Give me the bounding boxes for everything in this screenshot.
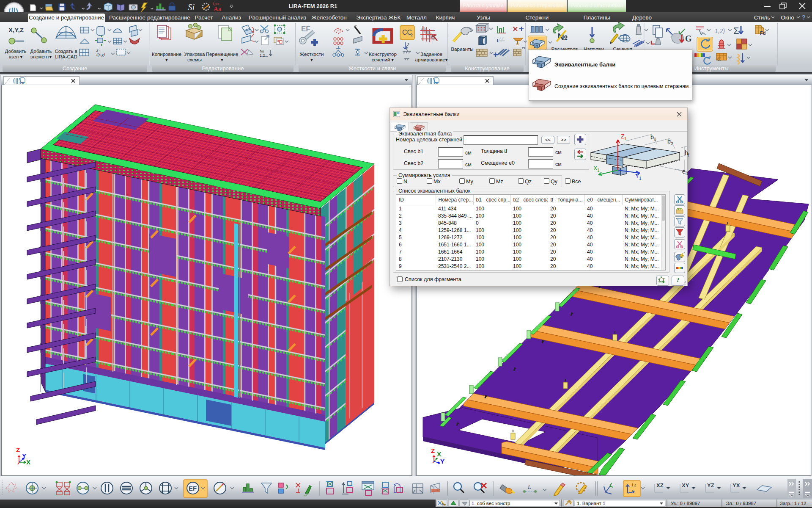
svg-text:1: 1 [624, 136, 627, 141]
svg-text:b: b [667, 138, 671, 145]
svg-text:№: № [442, 502, 446, 506]
svg-text:YZ: YZ [707, 482, 714, 489]
svg-text:XY: XY [682, 482, 689, 489]
svg-text:Si: Si [188, 2, 195, 12]
svg-text:2: 2 [671, 141, 673, 146]
svg-text:1,2...: 1,2... [260, 53, 268, 58]
svg-text:G: G [685, 34, 692, 43]
svg-text:?: ? [802, 14, 806, 21]
svg-text:EF: EF [189, 485, 197, 492]
svg-text:1: 1 [639, 176, 642, 181]
svg-text:Z: Z [16, 446, 20, 453]
svg-text:L: L [527, 484, 531, 490]
svg-text:2: 2 [411, 33, 413, 37]
svg-text:Fd: Fd [760, 30, 765, 36]
svg-text:Y: Y [440, 458, 444, 465]
svg-text:YX: YX [732, 482, 740, 489]
svg-text:0: 0 [686, 171, 688, 176]
svg-text:b: b [650, 134, 654, 141]
svg-text:f(x,y): f(x,y) [96, 52, 105, 57]
svg-text:№: № [557, 31, 568, 42]
svg-text:Aa: Aa [214, 6, 222, 12]
svg-text:C: C [717, 56, 721, 62]
svg-text:1: 1 [654, 137, 656, 142]
svg-text:Σ: Σ [733, 25, 739, 36]
svg-text:X: X [26, 458, 30, 466]
svg-text:f: f [688, 153, 689, 157]
svg-text:X,Y,Z: X,Y,Z [8, 26, 24, 33]
svg-text:t z: t z [632, 483, 636, 487]
svg-text:1,2): 1,2) [715, 28, 725, 34]
svg-text:1: 1 [597, 168, 600, 173]
svg-text:h: h [685, 149, 688, 156]
svg-text:XZ: XZ [656, 482, 664, 489]
svg-text:EF: EF [301, 25, 310, 33]
svg-text:X: X [437, 450, 441, 458]
svg-text:Z: Z [431, 447, 435, 454]
svg-text:e: e [682, 168, 686, 175]
svg-text:№: № [260, 49, 264, 53]
svg-text:z=: z= [96, 48, 101, 52]
